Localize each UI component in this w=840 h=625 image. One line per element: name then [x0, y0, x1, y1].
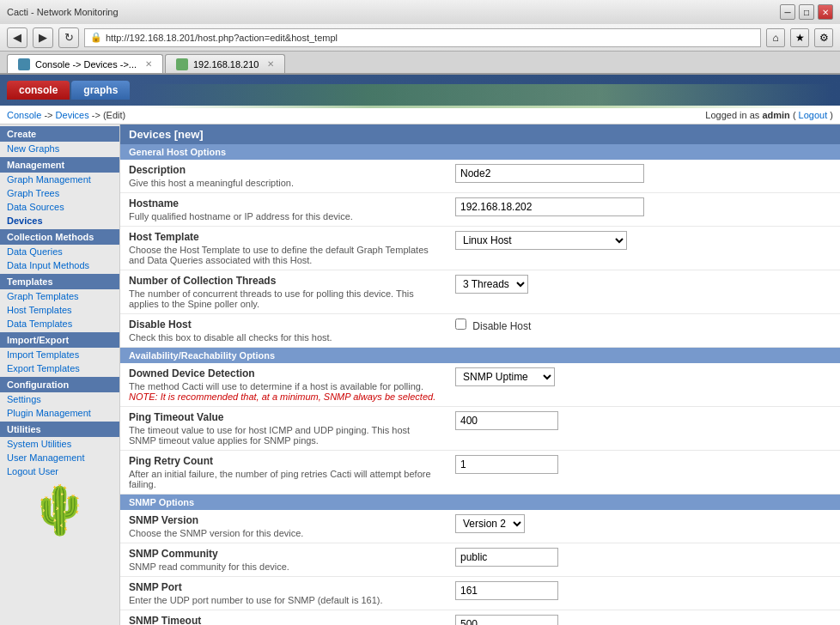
input-ping-timeout[interactable] — [455, 411, 558, 430]
label-disable-host: Disable Host — [129, 319, 438, 331]
form-row-snmp-timeout: SNMP Timeout The maximum number of milli… — [120, 610, 840, 626]
tools-icon[interactable]: ⚙ — [814, 28, 833, 47]
browser-tab-1[interactable]: 192.168.18.210 ✕ — [165, 54, 285, 73]
label-threads: Number of Collection Threads — [129, 275, 438, 287]
general-options-table: Description Give this host a meaningful … — [120, 160, 840, 348]
desc-ping-retry: After an initial failure, the number of … — [129, 469, 438, 489]
desc-snmp-community: SNMP read community for this device. — [129, 561, 438, 572]
sidebar-item-logout-user[interactable]: Logout User — [0, 464, 119, 478]
page-title: Devices [new] — [120, 124, 840, 144]
login-info: Logged in as admin ( Logout ) — [705, 110, 833, 120]
address-bar[interactable]: 🔒 http://192.168.18.201/host.php?action=… — [84, 28, 761, 47]
desc-host-template: Choose the Host Template to use to defin… — [129, 245, 438, 265]
sidebar-item-graph-templates[interactable]: Graph Templates — [0, 289, 119, 303]
sidebar-header-utilities: Utilities — [0, 422, 119, 437]
refresh-button[interactable]: ↻ — [58, 27, 79, 48]
breadcrumb-current: (Edit) — [103, 110, 125, 120]
checkbox-label-disable: Disable Host — [455, 320, 531, 332]
login-user: admin — [762, 110, 789, 120]
sidebar-item-system-utilities[interactable]: System Utilities — [0, 437, 119, 451]
sidebar-header-import-export: Import/Export — [0, 332, 119, 348]
breadcrumb-console[interactable]: Console — [7, 110, 41, 120]
input-snmp-timeout[interactable] — [455, 615, 558, 625]
window-controls: ─ □ ✕ — [780, 4, 833, 20]
form-row-host-template: Host Template Choose the Host Template t… — [120, 227, 840, 270]
sidebar-header-management: Management — [0, 157, 119, 173]
address-text: http://192.168.18.201/host.php?action=ed… — [106, 33, 755, 43]
sidebar-item-import-templates[interactable]: Import Templates — [0, 348, 119, 361]
form-row-ping-retry: Ping Retry Count After an initial failur… — [120, 451, 840, 495]
home-icon[interactable]: ⌂ — [766, 28, 785, 47]
sidebar-item-data-queries[interactable]: Data Queries — [0, 245, 119, 258]
checkbox-text-disable: Disable Host — [472, 320, 531, 332]
login-paren-close: ) — [830, 110, 833, 120]
minimize-button[interactable]: ─ — [780, 4, 795, 20]
sidebar-item-new-graphs[interactable]: New Graphs — [0, 142, 119, 155]
form-row-description: Description Give this host a meaningful … — [120, 160, 840, 193]
select-downed-detection[interactable]: SNMP Uptime Ping Ping and SNMP None — [455, 367, 555, 386]
label-hostname: Hostname — [129, 197, 438, 209]
input-snmp-community[interactable] — [455, 548, 558, 567]
select-threads[interactable]: 1 Thread 2 Threads 3 Threads 4 Threads 5… — [455, 275, 528, 294]
content-area: Devices [new] General Host Options Descr… — [120, 124, 840, 625]
label-snmp-version: SNMP Version — [129, 514, 438, 526]
sidebar: Create New Graphs Management Graph Manag… — [0, 124, 120, 625]
tab-close-1[interactable]: ✕ — [267, 59, 274, 69]
sidebar-header-configuration: Configuration — [0, 377, 119, 392]
select-snmp-version[interactable]: Version 1 Version 2 Version 3 — [455, 514, 525, 533]
tab-close-0[interactable]: ✕ — [145, 59, 152, 69]
tab-bar: Console -> Devices ->... ✕ 192.168.18.21… — [0, 52, 840, 74]
label-snmp-timeout: SNMP Timeout — [129, 615, 438, 625]
close-button[interactable]: ✕ — [818, 4, 833, 20]
main-content: Create New Graphs Management Graph Manag… — [0, 124, 840, 625]
browser-tab-0[interactable]: Console -> Devices ->... ✕ — [7, 54, 163, 73]
input-hostname[interactable] — [455, 197, 644, 216]
sidebar-item-host-templates[interactable]: Host Templates — [0, 303, 119, 317]
sidebar-item-settings[interactable]: Settings — [0, 392, 119, 406]
desc-disable-host: Check this box to disable all checks for… — [129, 332, 438, 343]
sidebar-item-graph-management[interactable]: Graph Management — [0, 173, 119, 186]
tab-favicon-0 — [18, 58, 30, 70]
sidebar-item-devices[interactable]: Devices — [0, 214, 119, 228]
select-host-template[interactable]: Linux Host Windows Host Generic SNMP Hos… — [455, 231, 627, 250]
cactus-icon: 🌵 — [9, 487, 111, 534]
input-snmp-port[interactable] — [455, 581, 558, 600]
form-row-snmp-version: SNMP Version Choose the SNMP version for… — [120, 510, 840, 543]
graphs-tab[interactable]: graphs — [71, 81, 130, 100]
desc-hostname: Fully qualified hostname or IP address f… — [129, 211, 438, 221]
snmp-options-table: SNMP Version Choose the SNMP version for… — [120, 510, 840, 625]
label-ping-timeout: Ping Timeout Value — [129, 411, 438, 423]
label-downed-detection: Downed Device Detection — [129, 367, 438, 379]
star-icon[interactable]: ★ — [790, 28, 809, 47]
breadcrumb-sep-2: -> — [92, 110, 103, 120]
desc-description: Give this host a meaningful description. — [129, 178, 438, 188]
availability-options-table: Downed Device Detection The method Cacti… — [120, 363, 840, 495]
sidebar-item-data-input-methods[interactable]: Data Input Methods — [0, 258, 119, 272]
form-row-snmp-community: SNMP Community SNMP read community for t… — [120, 543, 840, 577]
label-snmp-port: SNMP Port — [129, 581, 438, 593]
checkbox-disable-host[interactable] — [455, 319, 466, 330]
sidebar-item-plugin-management[interactable]: Plugin Management — [0, 406, 119, 420]
sidebar-item-data-templates[interactable]: Data Templates — [0, 317, 119, 331]
top-navigation: console graphs — [0, 75, 840, 106]
sidebar-item-data-sources[interactable]: Data Sources — [0, 200, 119, 214]
input-ping-retry[interactable] — [455, 455, 558, 474]
desc-threads: The number of concurrent threads to use … — [129, 288, 438, 309]
label-host-template: Host Template — [129, 231, 438, 243]
sidebar-item-user-management[interactable]: User Management — [0, 451, 119, 464]
section-header-snmp: SNMP Options — [120, 495, 840, 510]
input-description[interactable] — [455, 164, 644, 183]
application: console graphs Console -> Devices -> (Ed… — [0, 75, 840, 625]
sidebar-item-export-templates[interactable]: Export Templates — [0, 361, 119, 375]
maximize-button[interactable]: □ — [799, 4, 814, 20]
sidebar-item-graph-trees[interactable]: Graph Trees — [0, 186, 119, 200]
login-paren-open: ( — [793, 110, 796, 120]
desc-snmp-version: Choose the SNMP version for this device. — [129, 528, 438, 538]
breadcrumb-devices[interactable]: Devices — [56, 110, 89, 120]
forward-button[interactable]: ▶ — [33, 27, 53, 48]
console-tab[interactable]: console — [7, 81, 70, 100]
logout-link[interactable]: Logout — [799, 110, 828, 120]
breadcrumb: Console -> Devices -> (Edit) — [7, 110, 125, 120]
back-button[interactable]: ◀ — [7, 27, 27, 48]
label-snmp-community: SNMP Community — [129, 548, 438, 560]
